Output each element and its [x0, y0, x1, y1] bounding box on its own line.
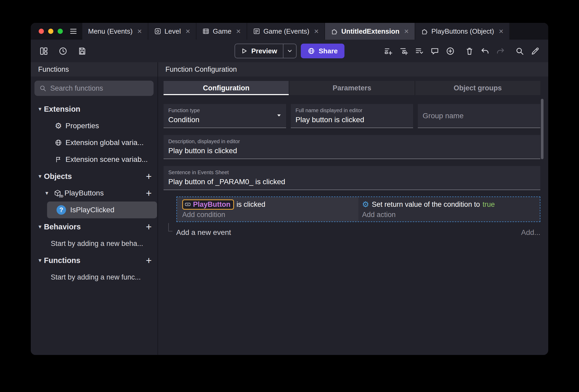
sidebar-item-playbuttons[interactable]: ▾ 2D PlayButtons + [31, 185, 158, 202]
tab-close-icon[interactable]: × [404, 27, 409, 36]
tab-close-icon[interactable]: × [236, 27, 241, 36]
full-name-field[interactable]: Full name displayed in editor Play butto… [291, 104, 413, 128]
search-events-button[interactable] [515, 47, 524, 56]
save-button[interactable] [78, 47, 87, 56]
globe-icon [54, 139, 62, 146]
sidebar-item-global-variables[interactable]: Extension global varia... [31, 134, 158, 151]
search-box[interactable] [34, 81, 154, 96]
preview-options-button[interactable] [283, 44, 296, 58]
history-button[interactable] [58, 47, 68, 56]
open-project-manager-button[interactable] [39, 47, 48, 56]
add-object-button[interactable]: + [146, 171, 152, 181]
conditions-cell[interactable]: PlayButton is clicked Add condition [177, 197, 358, 221]
tab-label: UntitledExtension [341, 27, 399, 35]
add-new-event-button[interactable]: Add a new event [176, 228, 231, 237]
section-label: Functions [44, 256, 80, 265]
sentence-field[interactable]: Sentence in Events Sheet Play button of … [164, 166, 540, 190]
description-field[interactable]: Description, displayed in editor Play bu… [164, 135, 540, 159]
save-icon [78, 47, 87, 56]
minimize-window-button[interactable] [48, 29, 53, 34]
add-function-button[interactable]: + [146, 255, 152, 265]
tab-object-groups[interactable]: Object groups [415, 81, 540, 95]
add-subevent-button[interactable] [399, 47, 408, 56]
function-type-select[interactable]: Function type Condition [164, 104, 286, 128]
condition-line[interactable]: PlayButton is clicked [182, 199, 356, 210]
action-line[interactable]: ⚙ Set return value of the condition to t… [362, 199, 537, 210]
add-condition-button[interactable]: Add condition [182, 211, 356, 219]
main-menu-button[interactable] [69, 23, 82, 40]
tab-level[interactable]: Level × [148, 23, 197, 40]
section-behaviors[interactable]: ▾ Behaviors + [31, 218, 158, 235]
caret-down-icon[interactable]: ▾ [43, 190, 51, 197]
playbutton-object-icon [185, 201, 191, 208]
tab-configuration[interactable]: Configuration [164, 81, 289, 95]
item-label: IsPlayClicked [70, 206, 114, 214]
item-label: Extension global varia... [65, 138, 144, 147]
sidebar-item-scene-variables[interactable]: Extension scene variab... [31, 151, 158, 168]
tab-game[interactable]: Game × [196, 23, 247, 40]
condition-function-icon: ? [57, 205, 66, 215]
main-panel-title: Function Configuration [158, 62, 548, 76]
add-comment-button[interactable] [430, 47, 439, 56]
events-sheet-icon [253, 28, 260, 35]
comment-icon [430, 47, 439, 56]
choose-add-event-button[interactable] [446, 47, 455, 56]
caret-down-icon[interactable]: ▾ [36, 173, 44, 180]
caret-down-icon[interactable]: ▾ [36, 106, 44, 112]
content-area: Functions ▾ Extension ⚙ Properties [31, 62, 548, 355]
section-functions[interactable]: ▾ Functions + [31, 252, 158, 269]
actions-cell[interactable]: ⚙ Set return value of the condition to t… [358, 197, 540, 221]
add-behavior-button[interactable]: + [146, 222, 152, 232]
tab-game-events[interactable]: Game (Events) × [247, 23, 325, 40]
tab-label: Game [213, 27, 231, 35]
blue-gear-icon: ⚙ [362, 200, 369, 208]
tab-close-icon[interactable]: × [314, 27, 319, 36]
add-event-button[interactable] [384, 47, 393, 56]
add-action-button[interactable]: Add action [362, 211, 537, 219]
toolbar-center-group: Preview Share [235, 44, 345, 58]
zoom-window-button[interactable] [58, 29, 63, 34]
sidebar-item-properties[interactable]: ⚙ Properties [31, 117, 158, 134]
tab-label: Game (Events) [263, 27, 309, 35]
item-label: PlayButtons [64, 189, 104, 197]
add-object-function-button[interactable]: + [146, 188, 152, 198]
redo-icon [496, 47, 505, 56]
search-functions-input[interactable] [50, 84, 149, 92]
gear-icon: ⚙ [54, 122, 62, 130]
close-window-button[interactable] [39, 29, 44, 34]
share-button[interactable]: Share [301, 44, 344, 58]
tab-parameters[interactable]: Parameters [289, 81, 415, 95]
sidebar-item-isplayclicked[interactable]: ? IsPlayClicked [47, 202, 157, 218]
add-other-event-button[interactable] [415, 47, 424, 56]
section-objects[interactable]: ▾ Objects + [31, 168, 158, 185]
edit-extension-button[interactable] [531, 47, 540, 56]
search-icon [515, 47, 524, 56]
object-token-playbutton[interactable]: PlayButton [182, 199, 234, 210]
tab-menu-events[interactable]: Menu (Events) × [82, 23, 148, 40]
add-more-button[interactable]: Add... [521, 228, 540, 237]
undo-button[interactable] [480, 47, 490, 56]
extension-tree: ▾ Extension ⚙ Properties Extension globa… [31, 97, 158, 286]
functions-sidebar: Functions ▾ Extension ⚙ Properties [31, 62, 158, 355]
behaviors-empty-hint: Start by adding a new beha... [31, 235, 158, 252]
tab-untitled-extension[interactable]: UntitledExtension × [325, 23, 415, 40]
group-name-field[interactable] [418, 104, 540, 128]
preview-button[interactable]: Preview [235, 44, 283, 58]
section-extension[interactable]: ▾ Extension [31, 101, 158, 117]
pen-icon [531, 47, 540, 56]
redo-button[interactable] [496, 47, 505, 56]
vertical-scrollbar[interactable] [541, 99, 544, 159]
tab-close-icon[interactable]: × [137, 27, 142, 36]
tab-close-icon[interactable]: × [186, 27, 190, 36]
delete-button[interactable] [465, 47, 474, 56]
group-name-input[interactable] [423, 112, 536, 120]
main-toolbar: Preview Share [31, 40, 548, 62]
caret-down-icon[interactable]: ▾ [36, 257, 44, 264]
tab-playbuttons-object[interactable]: PlayButtons (Object) × [415, 23, 510, 40]
selected-event[interactable]: PlayButton is clicked Add condition ⚙ Se… [176, 197, 540, 222]
add-event-row: Add a new event Add... [164, 228, 540, 237]
tab-close-icon[interactable]: × [499, 27, 504, 36]
flag-icon [54, 156, 62, 163]
preview-split-button: Preview [235, 44, 297, 58]
caret-down-icon[interactable]: ▾ [36, 223, 44, 230]
